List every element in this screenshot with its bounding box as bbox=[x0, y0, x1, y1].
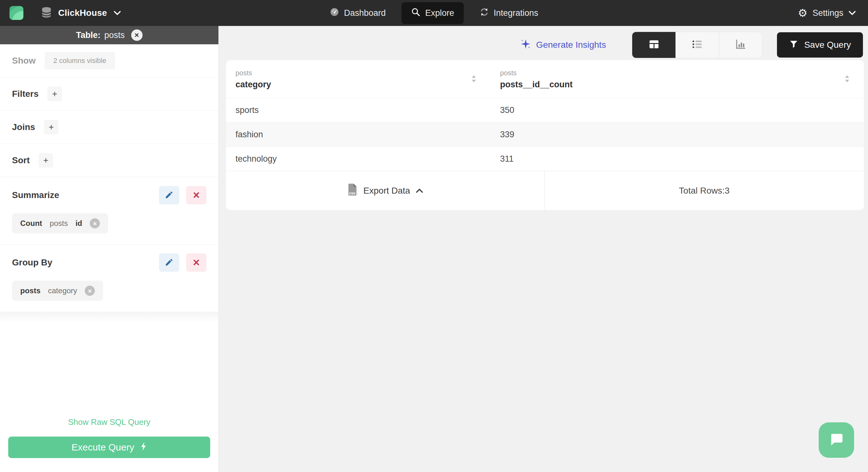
svg-text:csv: csv bbox=[349, 191, 355, 196]
nav-integrations-label: Integrations bbox=[494, 8, 538, 18]
sidebar-footer: Show Raw SQL Query Execute Query bbox=[0, 417, 218, 472]
delete-summarize-button[interactable]: × bbox=[186, 186, 207, 204]
nav-explore[interactable]: Explore bbox=[401, 2, 464, 24]
dashboard-gauge-icon bbox=[330, 7, 339, 19]
edit-group-by-button[interactable] bbox=[159, 254, 179, 272]
results-area: Generate Insights bbox=[219, 26, 868, 472]
show-label: Show bbox=[12, 56, 36, 66]
view-toggle-group bbox=[632, 32, 763, 58]
sort-section: Sort + bbox=[0, 144, 218, 177]
scroll-shadow bbox=[0, 312, 218, 322]
results-table-header: posts category posts posts__id__count bbox=[226, 60, 864, 98]
brand-name: ClickHouse bbox=[58, 8, 107, 18]
gear-icon: ⚙ bbox=[798, 8, 807, 18]
column-table-name: posts bbox=[236, 69, 271, 77]
settings-menu[interactable]: ⚙ Settings bbox=[798, 8, 859, 18]
group-by-section: Group By × posts category × bbox=[0, 244, 218, 312]
remove-group-by-chip-button[interactable]: × bbox=[85, 286, 95, 296]
chip-function: Count bbox=[20, 219, 42, 228]
save-query-button[interactable]: Save Query bbox=[777, 32, 863, 58]
database-switcher[interactable]: ClickHouse bbox=[41, 7, 121, 19]
column-name: category bbox=[236, 80, 271, 90]
columns-visible-button[interactable]: 2 columns visible bbox=[44, 52, 115, 69]
export-data-label: Export Data bbox=[364, 186, 410, 196]
table-name: posts bbox=[104, 30, 125, 40]
sort-icon[interactable] bbox=[844, 75, 850, 84]
show-raw-sql-link[interactable]: Show Raw SQL Query bbox=[8, 417, 210, 427]
show-section: Show 2 columns visible bbox=[0, 44, 218, 78]
summarize-chip: Count posts id × bbox=[12, 213, 108, 233]
pencil-icon bbox=[165, 190, 174, 200]
cell-category: sports bbox=[226, 98, 491, 122]
list-view-button[interactable] bbox=[676, 32, 719, 58]
results-toolbar: Generate Insights bbox=[219, 26, 868, 60]
joins-label: Joins bbox=[12, 122, 35, 132]
joins-section: Joins + bbox=[0, 111, 218, 144]
sync-icon bbox=[479, 7, 489, 19]
total-rows-label: Total Rows:3 bbox=[545, 171, 864, 210]
generate-insights-label: Generate Insights bbox=[536, 40, 606, 50]
table-view-icon bbox=[648, 38, 660, 52]
sparkle-icon bbox=[520, 38, 531, 52]
table-label: Table: bbox=[76, 30, 100, 40]
edit-summarize-button[interactable] bbox=[159, 186, 179, 204]
cell-count: 311 bbox=[491, 147, 864, 171]
table-row[interactable]: sports 350 bbox=[226, 98, 864, 122]
table-row[interactable]: fashion 339 bbox=[226, 122, 864, 146]
main-nav: Dashboard Explore Integrations bbox=[323, 2, 545, 24]
remove-table-button[interactable]: × bbox=[131, 29, 143, 41]
chart-view-button[interactable] bbox=[719, 32, 762, 58]
nav-dashboard-label: Dashboard bbox=[344, 8, 385, 18]
nav-integrations[interactable]: Integrations bbox=[473, 3, 545, 23]
lightning-bolt-icon bbox=[140, 442, 147, 453]
execute-query-button[interactable]: Execute Query bbox=[8, 437, 210, 458]
chat-bubble-icon bbox=[827, 431, 845, 449]
settings-label: Settings bbox=[812, 8, 843, 18]
generate-insights-button[interactable]: Generate Insights bbox=[520, 38, 606, 52]
summarize-section: Summarize × Count posts id × bbox=[0, 177, 218, 244]
chip-column: category bbox=[48, 286, 77, 295]
csv-file-icon: csv bbox=[347, 183, 358, 198]
execute-query-label: Execute Query bbox=[71, 442, 134, 453]
remove-summarize-chip-button[interactable]: × bbox=[90, 218, 100, 228]
table-row[interactable]: technology 311 bbox=[226, 146, 864, 171]
delete-group-by-button[interactable]: × bbox=[186, 254, 207, 272]
chip-table: posts bbox=[20, 286, 40, 295]
group-by-chip: posts category × bbox=[12, 281, 103, 301]
column-header-count[interactable]: posts posts__id__count bbox=[491, 60, 864, 98]
app-logo bbox=[9, 6, 23, 20]
chevron-down-icon bbox=[114, 10, 121, 16]
cell-category: technology bbox=[226, 147, 491, 171]
cell-count: 339 bbox=[491, 122, 864, 146]
export-data-button[interactable]: csv Export Data bbox=[226, 171, 545, 210]
selected-table-bar: Table: posts × bbox=[0, 26, 218, 44]
filters-label: Filters bbox=[12, 89, 38, 99]
chat-widget-button[interactable] bbox=[819, 422, 854, 458]
results-table-footer: csv Export Data Total Rows:3 bbox=[226, 171, 864, 210]
top-navbar: ClickHouse Dashboard bbox=[0, 0, 868, 26]
funnel-icon bbox=[789, 39, 799, 51]
add-sort-button[interactable]: + bbox=[38, 153, 53, 168]
add-join-button[interactable]: + bbox=[44, 120, 59, 135]
chip-column: id bbox=[75, 219, 82, 228]
column-name: posts__id__count bbox=[500, 80, 573, 90]
sort-label: Sort bbox=[12, 155, 30, 166]
table-view-button[interactable] bbox=[632, 32, 676, 58]
chevron-up-icon bbox=[416, 188, 423, 193]
cell-category: fashion bbox=[226, 122, 491, 146]
add-filter-button[interactable]: + bbox=[48, 87, 62, 101]
chevron-down-icon bbox=[848, 10, 856, 16]
results-table-card: posts category posts posts__id__count bbox=[226, 60, 864, 210]
nav-dashboard[interactable]: Dashboard bbox=[323, 3, 392, 23]
save-query-label: Save Query bbox=[804, 40, 851, 50]
group-by-label: Group By bbox=[12, 258, 53, 268]
filters-section: Filters + bbox=[0, 78, 218, 111]
bar-chart-icon bbox=[734, 38, 747, 52]
query-builder-sidebar: Table: posts × Show 2 columns visible Fi… bbox=[0, 26, 219, 472]
column-header-category[interactable]: posts category bbox=[226, 60, 491, 98]
cell-count: 350 bbox=[491, 98, 864, 122]
list-view-icon bbox=[691, 38, 704, 52]
sort-icon[interactable] bbox=[471, 75, 477, 84]
summarize-label: Summarize bbox=[12, 190, 59, 200]
search-icon bbox=[411, 7, 421, 19]
